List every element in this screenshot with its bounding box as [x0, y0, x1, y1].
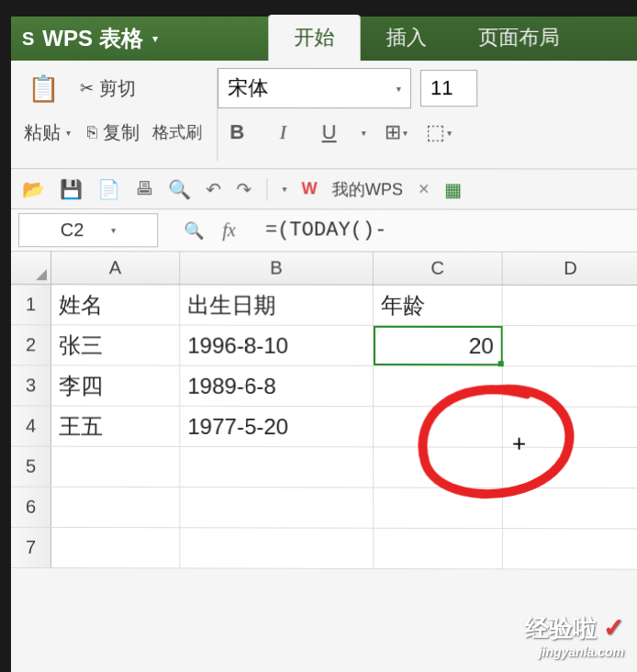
cell[interactable] [503, 326, 637, 365]
name-box[interactable]: C2 ▾ [18, 213, 158, 247]
close-icon[interactable]: ✕ [418, 180, 430, 197]
table-row: 6 [11, 487, 637, 530]
cell[interactable] [51, 447, 180, 487]
cell[interactable]: 1996-8-10 [180, 326, 374, 365]
underline-button[interactable]: U [316, 120, 343, 144]
font-select[interactable]: 宋体 ▾ [218, 68, 411, 108]
paste-label: 粘贴 [24, 120, 61, 145]
cell[interactable] [374, 529, 503, 569]
watermark: 经验啦 ✓ jingyanla.com [525, 612, 624, 659]
cut-button[interactable]: ✂ 剪切 [76, 74, 140, 103]
my-wps-button[interactable]: 我的WPS [332, 178, 403, 200]
chevron-down-icon: ▾ [397, 84, 401, 94]
quick-access-toolbar: 📂 💾 📄 🖶 🔍 ↶ ↷ ▾ W 我的WPS ✕ ▦ [11, 169, 637, 210]
watermark-url: jingyanla.com [525, 644, 624, 659]
cell[interactable]: 年龄 [374, 286, 503, 325]
scissors-icon: ✂ [80, 78, 94, 98]
table-row: 1 姓名 出生日期 年龄 [11, 285, 637, 326]
fill-button[interactable]: ⬚▾ [426, 120, 452, 144]
watermark-text: 经验啦 [525, 614, 597, 642]
checkmark-icon: ✓ [603, 613, 624, 642]
cell[interactable] [180, 528, 374, 568]
chevron-down-icon: ▾ [111, 225, 116, 235]
cell[interactable] [51, 487, 180, 527]
tab-insert[interactable]: 插入 [361, 15, 453, 61]
separator [266, 178, 267, 200]
cell[interactable]: 出生日期 [180, 285, 374, 324]
tab-start[interactable]: 开始 [268, 15, 360, 61]
zoom-icon[interactable]: 🔍 [184, 220, 204, 241]
redo-icon[interactable]: ↷ [236, 178, 251, 200]
cell[interactable] [374, 366, 503, 406]
italic-button[interactable]: I [269, 120, 296, 144]
app-logo-icon: S [22, 28, 33, 50]
cell[interactable] [503, 286, 637, 325]
wps-logo-icon: W [302, 179, 318, 198]
copy-icon: ⎘ [87, 123, 97, 142]
column-headers: A B C D [11, 252, 637, 286]
cell[interactable] [374, 488, 503, 529]
pdf-icon[interactable]: 📄 [97, 178, 120, 200]
font-name: 宋体 [228, 74, 268, 102]
cell[interactable]: 王五 [51, 407, 180, 446]
chevron-down-icon: ▾ [66, 128, 71, 138]
undo-icon[interactable]: ↶ [206, 178, 221, 200]
cell[interactable]: 1989-6-8 [180, 366, 374, 407]
ribbon-tabs: 开始 插入 页面布局 [268, 17, 637, 61]
cell[interactable]: 张三 [51, 325, 180, 364]
row-header-2[interactable]: 2 [11, 325, 51, 364]
cell[interactable] [503, 488, 637, 529]
chevron-down-icon[interactable]: ▾ [152, 32, 158, 45]
preview-icon[interactable]: 🔍 [168, 178, 191, 200]
select-all-corner[interactable] [11, 252, 51, 284]
border-button[interactable]: ⊞▾ [385, 120, 408, 144]
table-row: 3 李四 1989-6-8 [11, 365, 637, 407]
cell[interactable] [503, 529, 637, 569]
table-row: 7 [11, 528, 637, 570]
column-header-c[interactable]: C [374, 252, 503, 285]
cell[interactable] [503, 448, 637, 488]
chevron-down-icon[interactable]: ▾ [283, 184, 287, 194]
row-header-6[interactable]: 6 [11, 487, 51, 527]
column-header-d[interactable]: D [503, 252, 637, 285]
spreadsheet-grid[interactable]: A B C D 1 姓名 出生日期 年龄 2 张三 1996-8-10 20 3… [11, 252, 637, 570]
cut-label: 剪切 [99, 76, 136, 101]
font-size-select[interactable]: 11 [420, 70, 477, 106]
open-icon[interactable]: 📂 [22, 178, 45, 200]
format-painter-label: 格式刷 [152, 121, 202, 143]
copy-button[interactable]: ⎘ 复制 [84, 118, 143, 147]
cell[interactable] [180, 487, 374, 528]
row-header-5[interactable]: 5 [11, 447, 51, 487]
formula-input[interactable]: =(TODAY()- [254, 213, 637, 248]
column-header-a[interactable]: A [51, 252, 180, 284]
cell[interactable] [374, 407, 503, 446]
paste-button[interactable]: 📋 [20, 70, 67, 107]
row-header-7[interactable]: 7 [11, 528, 51, 567]
row-header-4[interactable]: 4 [11, 406, 51, 445]
table-row: 5 [11, 447, 637, 489]
column-header-b[interactable]: B [180, 252, 374, 284]
title-bar: S WPS 表格 ▾ [11, 17, 268, 61]
excel-icon[interactable]: ▦ [444, 178, 462, 200]
cell[interactable]: 1977-5-20 [180, 407, 374, 447]
cell[interactable] [51, 528, 180, 568]
tab-layout[interactable]: 页面布局 [453, 15, 586, 61]
row-header-3[interactable]: 3 [11, 365, 51, 405]
paste-label-button[interactable]: 粘贴 ▾ [20, 118, 74, 147]
cell[interactable]: 李四 [51, 365, 180, 405]
formula-bar: C2 ▾ 🔍 fx =(TODAY()- [11, 209, 637, 252]
format-painter-button[interactable]: 格式刷 [152, 121, 202, 143]
print-icon[interactable]: 🖶 [135, 178, 153, 199]
save-icon[interactable]: 💾 [60, 178, 83, 200]
cell[interactable] [180, 447, 374, 487]
clipboard-icon: 📋 [28, 73, 60, 104]
fx-button[interactable]: fx [222, 219, 235, 241]
cell[interactable] [503, 366, 637, 406]
bold-button[interactable]: B [223, 120, 251, 144]
selected-cell[interactable]: 20 [374, 326, 503, 365]
cell[interactable]: 姓名 [51, 285, 180, 324]
cell[interactable] [374, 447, 503, 487]
row-header-1[interactable]: 1 [11, 285, 51, 324]
chevron-down-icon[interactable]: ▾ [362, 128, 366, 138]
cell[interactable] [503, 407, 637, 447]
